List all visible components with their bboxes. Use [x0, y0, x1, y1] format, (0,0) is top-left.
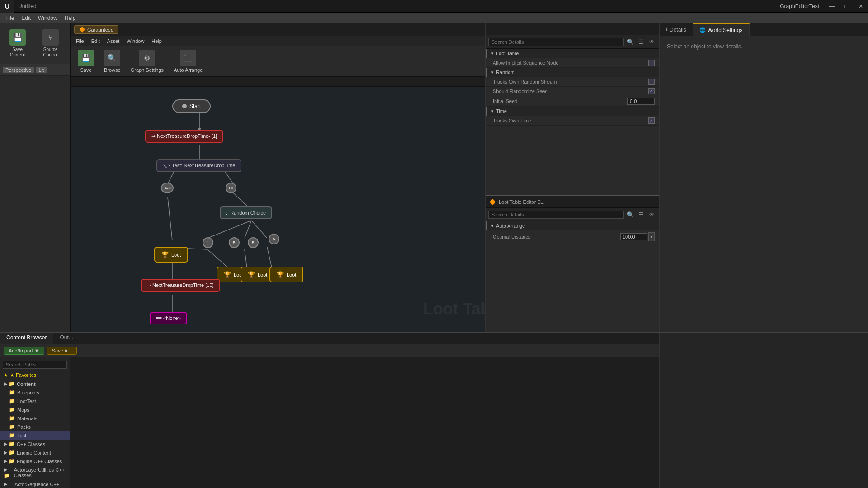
save-all-button[interactable]: Save A...	[47, 347, 77, 355]
cb-item-label: Content	[17, 381, 36, 387]
graph-canvas[interactable]: Loot Table	[71, 87, 531, 332]
eye-icon[interactable]: 👁	[647, 38, 656, 47]
optimal-distance-input[interactable]	[620, 233, 647, 240]
cb-item-label: Maps	[17, 407, 29, 413]
minimize-button[interactable]: —	[825, 0, 839, 13]
cb-content-area[interactable]	[70, 357, 659, 488]
circle-lte0[interactable]: <=0	[161, 183, 174, 193]
graph-tab[interactable]: 🔶 Garaunteed	[74, 25, 118, 34]
random-section-header[interactable]: ▼ Random	[486, 68, 659, 77]
world-settings-tab[interactable]: 🌐 World Settings	[693, 23, 750, 36]
folder-icon: ▶ 📁	[4, 450, 15, 455]
details-search-input[interactable]	[488, 38, 624, 46]
cb-sidebar-item[interactable]: 📁Packs	[0, 422, 70, 431]
maximize-button[interactable]: □	[839, 0, 854, 13]
world-settings-tabs: ℹ Details 🌐 World Settings	[660, 23, 868, 36]
left-toolbar: 💾 Save Current ⑂ Source Control	[0, 23, 70, 64]
menu-help[interactable]: Help	[61, 14, 80, 22]
gm-window[interactable]: Window	[123, 38, 148, 45]
loot-node-4[interactable]: 🏆 Loot	[269, 267, 303, 282]
tracks-own-random-row: Tracks Own Random Stream	[486, 77, 659, 87]
cb-sidebar-item[interactable]: 📁Materials	[0, 414, 70, 422]
source-control-button[interactable]: ⑂ Source Control	[33, 28, 68, 60]
circle-5a[interactable]: 5	[229, 237, 240, 248]
circle-5b[interactable]: 5	[248, 237, 259, 248]
auto-arrange-section-header[interactable]: ▼ Auto Arrange	[486, 221, 659, 230]
graph-menubar: File Edit Asset Window Help	[71, 36, 531, 46]
search-paths-input[interactable]	[3, 361, 67, 369]
cb-sidebar-item[interactable]: ▶ 📁Engine Content	[0, 448, 70, 457]
should-randomize-checkbox[interactable]	[648, 88, 655, 94]
search-icon[interactable]: 🔍	[626, 38, 635, 47]
random-choice-node[interactable]: :: Random Choice	[220, 206, 272, 219]
graph-editor-window: 🔶 Garaunteed — □ ✕ File Edit Asset Windo…	[70, 23, 531, 332]
save-icon: 💾	[9, 29, 26, 46]
optimal-distance-dropdown[interactable]: ▼	[648, 232, 655, 241]
loot-table-section-header[interactable]: ▼ Loot Table	[486, 49, 659, 58]
graph-settings-icon: ⚙	[139, 50, 155, 66]
tracks-own-time-row: Tracks Own Time	[486, 116, 659, 126]
gm-file[interactable]: File	[72, 38, 88, 45]
auto-arrange-button[interactable]: ⬛ Auto Arrange	[170, 48, 206, 75]
cb-sidebar-item[interactable]: 📁Test	[0, 431, 70, 440]
svg-line-12	[267, 247, 272, 267]
tracks-own-random-label: Tracks Own Random Stream	[493, 79, 648, 84]
circle-gt0[interactable]: >0	[226, 183, 236, 193]
le-list-icon[interactable]: ☰	[637, 210, 646, 219]
initial-seed-input[interactable]	[627, 98, 655, 105]
cb-sidebar-item[interactable]: ▶ 📁Content	[0, 380, 70, 388]
graph-save-button[interactable]: 💾 Save	[74, 48, 98, 75]
cb-sidebar-item[interactable]: 📁LootTest	[0, 397, 70, 405]
list-view-icon[interactable]: ☰	[637, 38, 646, 47]
graph-toolbar: 💾 Save 🔍 Browse ⚙ Graph Settings ⬛ Auto …	[71, 46, 531, 77]
details-tab[interactable]: ℹ Details	[660, 23, 693, 36]
cb-favorites-item[interactable]: ★ ★ Favorites	[0, 371, 70, 380]
circle-1[interactable]: 1	[203, 237, 213, 248]
next-drop-node-10[interactable]: ⇒ NextTreasureDropTime [10]	[141, 279, 220, 292]
output-tab[interactable]: Out...	[53, 333, 80, 344]
tracks-own-random-checkbox[interactable]	[648, 79, 655, 85]
cb-item-label: LootTest	[17, 399, 36, 404]
le-search-icon[interactable]: 🔍	[626, 210, 635, 219]
gm-edit[interactable]: Edit	[88, 38, 104, 45]
allow-implicit-checkbox[interactable]	[648, 60, 655, 66]
content-browser-tab[interactable]: Content Browser	[0, 333, 53, 344]
cb-sidebar-item[interactable]: ▶ 📁Engine C++ Classes	[0, 457, 70, 465]
add-import-button[interactable]: Add/Import ▼	[4, 347, 44, 355]
cb-item-label: Packs	[17, 424, 31, 430]
details-search-bar: 🔍 ☰ 👁	[486, 35, 659, 49]
tracks-own-time-checkbox[interactable]	[648, 117, 655, 124]
cb-sidebar-item[interactable]: ▶ 📁C++ Classes	[0, 440, 70, 448]
gm-help[interactable]: Help	[148, 38, 165, 45]
details-tab-icon: ℹ	[666, 27, 668, 33]
folder-icon: ▶ 📁	[4, 458, 15, 464]
gm-asset[interactable]: Asset	[104, 38, 123, 45]
graph-browse-button[interactable]: 🔍 Browse	[100, 48, 124, 75]
time-section-header[interactable]: ▼ Time	[486, 107, 659, 116]
menu-edit[interactable]: Edit	[18, 14, 34, 22]
loot-node-1[interactable]: 🏆 Loot	[154, 247, 188, 263]
lit-toggle[interactable]: Lit	[36, 67, 47, 73]
cb-toolbar-row: Add/Import ▼ Save A...	[0, 344, 659, 357]
menu-window[interactable]: Window	[34, 14, 61, 22]
none-node[interactable]: ≡≡ <None>	[150, 312, 187, 324]
next-drop-node-1[interactable]: ⇒ NextTreasureDropTime- [1]	[145, 130, 223, 143]
circle-5c[interactable]: 5	[269, 234, 279, 244]
cb-sidebar-item[interactable]: 📁Maps	[0, 405, 70, 414]
save-current-button[interactable]: 💾 Save Current	[2, 28, 33, 60]
close-button[interactable]: ✕	[854, 0, 868, 13]
start-node[interactable]: Start	[172, 99, 211, 113]
viewport-type-bar: Perspective Lit	[0, 64, 70, 76]
perspective-toggle[interactable]: Perspective	[3, 67, 34, 73]
le-eye-icon[interactable]: 👁	[647, 210, 656, 219]
test-node[interactable]: ?ₚ? Test: NextTreasureDropTime	[156, 159, 241, 172]
folder-icon: 📁	[9, 424, 15, 430]
cb-sidebar-item[interactable]: ▶ 📁ActorSequence C++ Classes	[0, 480, 70, 488]
loot-editor-search-input[interactable]	[488, 211, 624, 219]
svg-line-11	[245, 249, 247, 267]
cb-sidebar-item[interactable]: 📁Blueprints	[0, 388, 70, 397]
cb-sidebar-item[interactable]: ▶ 📁ActorLayerUtilities C++ Classes	[0, 465, 70, 480]
folder-icon: 📁	[9, 407, 15, 413]
graph-settings-button[interactable]: ⚙ Graph Settings	[127, 48, 167, 75]
menu-file[interactable]: File	[2, 14, 18, 22]
